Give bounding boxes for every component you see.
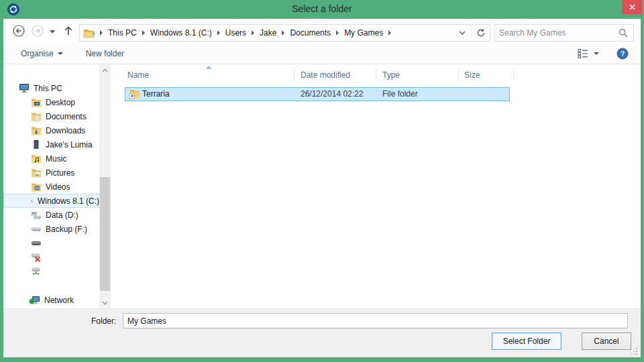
title-bar: Select a folder <box>0 0 644 19</box>
sidebar-item-label: Backup (F:) <box>46 225 87 234</box>
forward-button[interactable] <box>32 25 44 37</box>
view-caret-icon <box>594 52 599 55</box>
file-list: Name Date modified Type Size <box>111 64 641 308</box>
sidebar-item-label: Network <box>44 296 74 305</box>
select-folder-dialog: Select a folder <box>0 0 644 362</box>
organise-button[interactable]: Organise <box>17 46 67 61</box>
sidebar-item-label: Desktop <box>46 98 75 107</box>
sidebar-item-downloads[interactable]: Downloads <box>3 123 99 137</box>
back-button[interactable] <box>13 25 25 37</box>
drive-windows-icon <box>31 196 34 206</box>
folder-label: Folder: <box>91 316 116 326</box>
svg-text:?: ? <box>621 50 625 58</box>
folder-pictures-icon <box>31 168 42 178</box>
dialog-footer: Folder: Select Folder Cancel <box>3 308 641 357</box>
sidebar-item-label: This PC <box>34 84 62 93</box>
window-title: Select a folder <box>292 3 352 14</box>
close-icon <box>629 4 635 10</box>
sidebar-item-backup-f[interactable]: Backup (F:) <box>3 222 99 236</box>
sidebar-item-label: Videos <box>46 182 70 192</box>
sidebar-item-documents[interactable]: Documents <box>3 109 99 123</box>
sidebar-item-network[interactable]: Network <box>3 293 99 307</box>
column-header-size[interactable]: Size <box>462 68 513 82</box>
file-row-terraria[interactable]: Terraria 26/12/2014 02:22 File folder <box>125 87 510 101</box>
navigation-row: This PC Windows 8.1 (C:) Users Jake Docu… <box>3 19 641 44</box>
sidebar-item-label: Downloads <box>46 126 85 135</box>
change-view-button[interactable] <box>578 48 599 59</box>
navigation-pane: This PC Desktop <box>3 64 99 308</box>
scroll-up-icon[interactable] <box>99 64 111 76</box>
sidebar-scrollbar[interactable] <box>99 64 111 308</box>
phone-icon <box>31 139 42 149</box>
breadcrumb-separator-icon <box>336 30 339 36</box>
address-dropdown-button[interactable] <box>453 25 471 41</box>
folder-name-input[interactable] <box>123 313 628 328</box>
sidebar-item-label: Pictures <box>46 168 74 178</box>
sidebar-item-this-pc[interactable]: This PC <box>3 81 99 95</box>
breadcrumb-users[interactable]: Users <box>225 25 247 40</box>
column-header-date-modified[interactable]: Date modified <box>298 68 380 82</box>
breadcrumb-jake[interactable]: Jake <box>259 25 277 40</box>
breadcrumb-separator-icon <box>282 30 284 36</box>
column-header-type[interactable]: Type <box>380 68 458 82</box>
sidebar-item-drive[interactable] <box>3 236 99 250</box>
drive-data-icon <box>31 210 42 220</box>
sidebar-item-windows-c[interactable]: Windows 8.1 (C:) <box>3 194 99 208</box>
drive-disconnected-icon <box>31 253 42 262</box>
sidebar-item-videos[interactable]: Videos <box>3 180 99 194</box>
close-button[interactable] <box>622 0 642 14</box>
file-type: File folder <box>382 89 418 99</box>
address-bar[interactable]: This PC Windows 8.1 (C:) Users Jake Docu… <box>79 24 490 42</box>
resize-grip[interactable] <box>630 347 638 355</box>
breadcrumb-separator-icon <box>217 30 220 36</box>
recent-locations-caret-icon[interactable] <box>50 30 55 34</box>
up-button[interactable] <box>62 25 74 37</box>
organise-caret-icon <box>58 52 63 55</box>
drive-backup-icon <box>31 225 42 234</box>
breadcrumb-separator-icon <box>100 30 103 36</box>
command-toolbar: Organise New folder <box>3 44 641 64</box>
help-icon: ? <box>616 48 629 60</box>
network-icon <box>29 295 40 306</box>
sidebar-item-jakes-lumia[interactable]: Jake's Lumia <box>3 137 99 152</box>
cancel-button[interactable]: Cancel <box>582 333 631 350</box>
column-divider[interactable] <box>294 69 294 80</box>
folder-desktop-icon <box>31 98 42 107</box>
sidebar-item-pictures[interactable]: Pictures <box>3 166 99 180</box>
refresh-button[interactable] <box>471 25 490 41</box>
scrollbar-thumb[interactable] <box>100 177 110 291</box>
app-sync-icon <box>7 3 20 16</box>
chevron-down-icon <box>459 31 466 35</box>
details-view-icon <box>578 48 589 59</box>
file-name: Terraria <box>142 89 170 99</box>
new-folder-label: New folder <box>86 49 124 58</box>
sidebar-item-label: Music <box>46 154 66 164</box>
column-divider[interactable] <box>513 69 514 80</box>
sidebar-item-music[interactable]: Music <box>3 152 99 166</box>
sidebar-item-network-drive[interactable] <box>3 264 99 278</box>
sidebar-item-desktop[interactable]: Desktop <box>3 95 99 109</box>
column-divider[interactable] <box>376 69 376 80</box>
sidebar-item-label: Documents <box>46 112 87 121</box>
folder-downloads-icon <box>31 126 42 135</box>
new-folder-button[interactable]: New folder <box>82 46 128 61</box>
sidebar-item-label: Windows 8.1 (C:) <box>38 196 99 206</box>
breadcrumb-documents[interactable]: Documents <box>289 25 331 40</box>
column-divider[interactable] <box>458 69 459 80</box>
folder-shortcut-icon <box>129 88 140 99</box>
help-button[interactable]: ? <box>616 48 629 60</box>
breadcrumb-my-games[interactable]: My Games <box>343 25 384 40</box>
refresh-icon <box>476 28 486 38</box>
scroll-down-icon[interactable] <box>99 297 111 308</box>
search-input[interactable] <box>495 28 619 38</box>
column-header-name[interactable]: Name <box>125 68 294 82</box>
breadcrumb-this-pc[interactable]: This PC <box>107 25 138 40</box>
breadcrumb-windows-c[interactable]: Windows 8.1 (C:) <box>150 25 213 40</box>
sidebar-item-data-d[interactable]: Data (D:) <box>3 208 99 222</box>
folder-documents-icon <box>31 112 42 121</box>
select-folder-button[interactable]: Select Folder <box>492 333 561 350</box>
sidebar-item-disconnected-drive[interactable] <box>3 250 99 264</box>
drive-plain-icon <box>31 239 42 247</box>
search-box <box>494 24 634 42</box>
search-icon[interactable] <box>619 28 628 38</box>
